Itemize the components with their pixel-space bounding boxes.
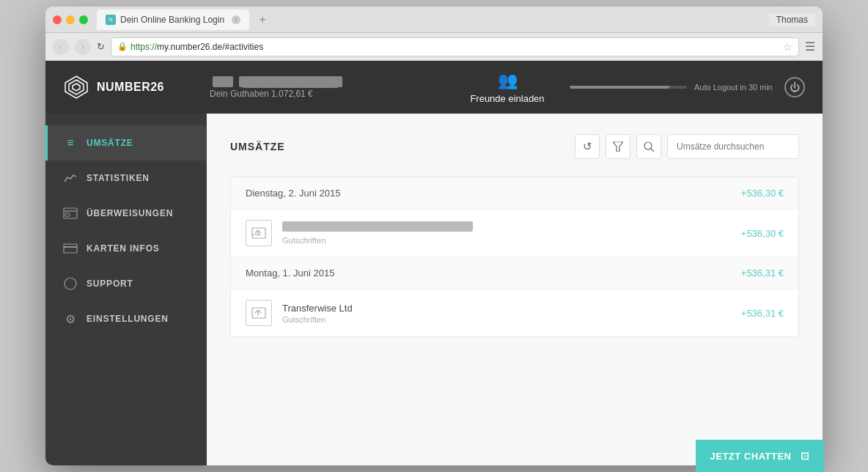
svg-point-8 xyxy=(65,278,76,290)
forward-button[interactable]: › xyxy=(75,39,91,55)
tab-title: Dein Online Banking Login xyxy=(120,15,224,25)
svg-line-11 xyxy=(651,149,654,152)
new-tab-button[interactable]: + xyxy=(252,10,273,30)
filter-icon xyxy=(613,141,623,152)
date-label: Montag, 1. Juni 2015 xyxy=(246,268,334,279)
user-name-redacted: ██████████████ xyxy=(239,76,342,87)
sidebar-item-karten-infos[interactable]: KARTEN INFOS xyxy=(45,231,207,266)
active-tab[interactable]: N Dein Online Banking Login × xyxy=(97,10,249,30)
tab-bar: N Dein Online Banking Login × + xyxy=(97,10,769,30)
browser-menu-button[interactable]: ☰ xyxy=(805,40,815,54)
balance-display: Dein Guthaben 1.072,61 € xyxy=(210,89,449,99)
chat-minimize-icon[interactable]: ⊡ xyxy=(801,450,810,462)
transaction-category: Gutschriften xyxy=(282,315,731,324)
logout-progress-fill xyxy=(570,86,669,89)
content-header: UMSÄTZE ↺ xyxy=(230,134,799,159)
transaction-info: Gutschriften xyxy=(282,221,731,245)
url-text: https://my.number26.de/#activities xyxy=(130,42,263,52)
search-input[interactable] xyxy=(667,134,799,159)
svg-marker-2 xyxy=(73,84,80,91)
logo-text: NUMBER26 xyxy=(97,81,164,94)
tab-favicon: N xyxy=(106,15,116,25)
user-name-display: Thomas xyxy=(769,13,815,26)
chat-button[interactable]: JETZT CHATTEN ⊡ xyxy=(696,440,823,465)
content-title: UMSÄTZE xyxy=(230,141,285,152)
greeting-text: Hi, ██████████████ xyxy=(210,75,449,87)
browser-window: N Dein Online Banking Login × + Thomas ‹… xyxy=(45,7,823,465)
close-window-button[interactable] xyxy=(53,15,62,24)
karten-icon xyxy=(63,241,78,256)
transaction-amount: +536,30 € xyxy=(741,228,784,239)
bookmark-icon[interactable]: ☆ xyxy=(783,41,792,53)
header-greeting: Hi, ██████████████ Dein Guthaben 1.072,6… xyxy=(210,75,449,99)
invite-friends-button[interactable]: 👥 Freunde einladen xyxy=(449,71,566,104)
date-row: Montag, 1. Juni 2015 +536,31 € xyxy=(231,257,798,290)
sidebar-item-einstellungen[interactable]: ⚙ EINSTELLUNGEN xyxy=(45,301,207,336)
sidebar-item-support[interactable]: SUPPORT xyxy=(45,266,207,301)
statistiken-icon xyxy=(63,171,78,185)
refresh-button[interactable]: ↻ xyxy=(97,41,105,52)
date-label: Dienstag, 2. Juni 2015 xyxy=(246,188,340,199)
search-icon xyxy=(644,141,654,152)
logout-button[interactable]: ⏻ xyxy=(784,77,805,97)
svg-line-17 xyxy=(258,310,261,313)
sidebar-label-karten-infos: KARTEN INFOS xyxy=(87,243,160,254)
sidebar-label-umsaetze: UMSÄTZE xyxy=(87,138,133,148)
logo-icon xyxy=(63,74,89,100)
logo: NUMBER26 xyxy=(63,74,210,100)
address-bar: ‹ › ↻ 🔒 https://my.number26.de/#activiti… xyxy=(45,33,823,61)
maximize-window-button[interactable] xyxy=(79,15,88,24)
transaction-amount: +536,31 € xyxy=(741,308,784,319)
logout-timer: Auto Logout in 30 min xyxy=(570,83,773,92)
logout-progress-bar xyxy=(570,86,687,89)
back-button[interactable]: ‹ xyxy=(53,39,69,55)
main-content: UMSÄTZE ↺ xyxy=(207,114,823,465)
tab-close-button[interactable]: × xyxy=(232,15,240,24)
sidebar-item-ueberweisungen[interactable]: ÜBERWEISUNGEN xyxy=(45,196,207,231)
sidebar: ≡ UMSÄTZE STATISTIKEN xyxy=(45,114,207,465)
svg-rect-15 xyxy=(252,308,265,318)
transaction-category: Gutschriften xyxy=(282,236,731,245)
ueberweisungen-icon xyxy=(63,206,78,221)
sidebar-item-statistiken[interactable]: STATISTIKEN xyxy=(45,161,207,196)
table-row[interactable]: Transferwise Ltd Gutschriften +536,31 € xyxy=(231,290,798,336)
date-row: Dienstag, 2. Juni 2015 +536,30 € xyxy=(231,177,798,210)
history-button[interactable]: ↺ xyxy=(575,134,600,159)
chat-label: JETZT CHATTEN xyxy=(710,451,792,462)
transaction-name: Transferwise Ltd xyxy=(282,303,731,314)
date-total: +536,31 € xyxy=(741,268,784,279)
url-bar[interactable]: 🔒 https://my.number26.de/#activities ☆ xyxy=(111,37,799,56)
einstellungen-icon: ⚙ xyxy=(63,311,78,326)
title-bar: N Dein Online Banking Login × + Thomas xyxy=(45,7,823,33)
sidebar-label-einstellungen: EINSTELLUNGEN xyxy=(87,314,169,324)
svg-rect-5 xyxy=(65,213,70,216)
svg-marker-1 xyxy=(69,80,84,95)
filter-button[interactable] xyxy=(606,134,630,159)
minimize-window-button[interactable] xyxy=(66,15,75,24)
secure-icon: 🔒 xyxy=(117,42,128,51)
invite-label: Freunde einladen xyxy=(470,93,544,104)
sidebar-label-statistiken: STATISTIKEN xyxy=(87,173,150,183)
app-body: ≡ UMSÄTZE STATISTIKEN xyxy=(45,114,823,465)
svg-marker-9 xyxy=(613,141,623,152)
app-header: NUMBER26 Hi, ██████████████ Dein Guthabe… xyxy=(45,61,823,114)
svg-rect-12 xyxy=(252,228,265,238)
table-row[interactable]: Gutschriften +536,30 € xyxy=(231,210,798,257)
svg-point-10 xyxy=(644,142,652,150)
svg-rect-6 xyxy=(64,244,77,253)
svg-line-16 xyxy=(255,310,258,313)
sidebar-item-umsaetze[interactable]: ≡ UMSÄTZE xyxy=(45,125,207,161)
logout-text: Auto Logout in 30 min xyxy=(694,83,773,92)
transfer-icon xyxy=(246,220,272,246)
support-icon xyxy=(63,276,78,291)
transfer-icon xyxy=(246,300,272,326)
invite-icon: 👥 xyxy=(498,71,518,90)
transaction-name-redacted xyxy=(282,221,473,232)
traffic-lights xyxy=(53,15,88,24)
search-toggle-button[interactable] xyxy=(636,134,661,159)
sidebar-label-ueberweisungen: ÜBERWEISUNGEN xyxy=(87,208,173,218)
logout-section: Auto Logout in 30 min ⏻ xyxy=(566,77,805,97)
content-actions: ↺ xyxy=(575,134,799,159)
umsaetze-icon: ≡ xyxy=(63,136,78,150)
sidebar-label-support: SUPPORT xyxy=(87,279,133,289)
